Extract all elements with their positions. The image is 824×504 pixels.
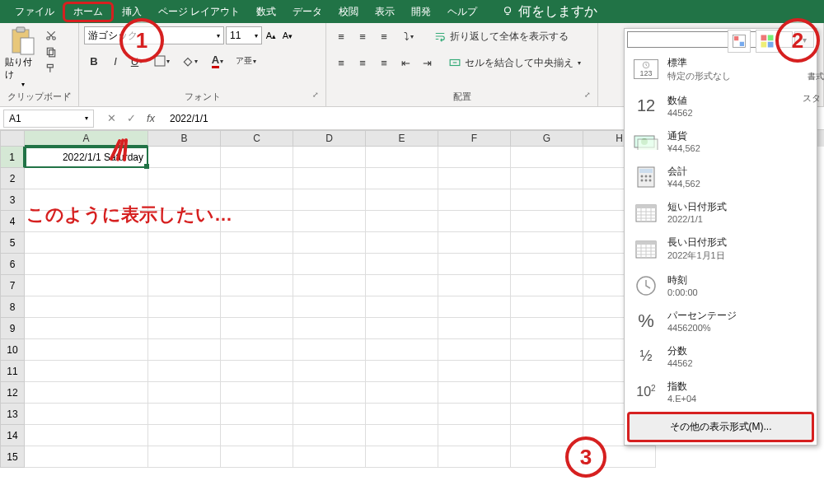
column-header[interactable]: G bbox=[511, 130, 583, 147]
column-header[interactable]: B bbox=[148, 130, 221, 147]
cell[interactable] bbox=[438, 275, 511, 296]
row-header[interactable]: 6 bbox=[0, 254, 25, 275]
cell[interactable] bbox=[293, 404, 366, 425]
cell[interactable] bbox=[221, 318, 293, 339]
cell[interactable] bbox=[221, 425, 293, 446]
cell[interactable] bbox=[221, 147, 293, 168]
cell[interactable] bbox=[438, 318, 511, 339]
italic-button[interactable]: I bbox=[105, 51, 125, 71]
row-header[interactable]: 15 bbox=[0, 446, 25, 468]
cell[interactable] bbox=[221, 232, 293, 254]
cell[interactable] bbox=[293, 275, 366, 296]
cell[interactable] bbox=[148, 425, 221, 446]
cell[interactable] bbox=[148, 275, 221, 296]
cell[interactable] bbox=[438, 382, 511, 404]
menu-file[interactable]: ファイル bbox=[7, 2, 63, 22]
cell[interactable] bbox=[148, 147, 221, 168]
cell[interactable] bbox=[366, 318, 438, 339]
cell[interactable] bbox=[148, 254, 221, 275]
format-option[interactable]: 時刻 0:00:00 bbox=[625, 268, 817, 303]
cell[interactable] bbox=[511, 275, 583, 296]
cell[interactable] bbox=[438, 232, 511, 254]
font-color-button[interactable]: A▾ bbox=[204, 51, 231, 71]
cell[interactable] bbox=[438, 168, 511, 189]
cell[interactable] bbox=[366, 339, 438, 361]
fill-color-button[interactable]: ▾ bbox=[176, 51, 203, 71]
conditional-format-button[interactable] bbox=[728, 30, 751, 53]
row-header[interactable]: 10 bbox=[0, 339, 25, 361]
cell[interactable] bbox=[293, 446, 366, 468]
cell[interactable] bbox=[25, 275, 148, 296]
cut-button[interactable] bbox=[43, 28, 59, 43]
cell[interactable] bbox=[293, 232, 366, 254]
more-number-formats-button[interactable]: その他の表示形式(M)... bbox=[627, 412, 814, 442]
increase-font-size-button[interactable]: A▴ bbox=[264, 26, 279, 44]
align-middle-button[interactable]: ≡ bbox=[353, 26, 372, 46]
cell[interactable] bbox=[148, 361, 221, 382]
name-box[interactable]: A1▾ bbox=[3, 110, 94, 128]
cell[interactable] bbox=[366, 361, 438, 382]
cell[interactable] bbox=[221, 168, 293, 189]
cell[interactable] bbox=[293, 168, 366, 189]
cell[interactable] bbox=[25, 425, 148, 446]
align-top-button[interactable]: ≡ bbox=[331, 26, 351, 46]
cell[interactable] bbox=[293, 425, 366, 446]
cell[interactable] bbox=[438, 425, 511, 446]
increase-indent-button[interactable]: ⇥ bbox=[417, 53, 437, 72]
cell[interactable] bbox=[366, 189, 438, 211]
cell[interactable] bbox=[438, 211, 511, 232]
row-header[interactable]: 9 bbox=[0, 318, 25, 339]
cell[interactable] bbox=[25, 404, 148, 425]
cell[interactable] bbox=[366, 168, 438, 189]
format-option[interactable]: % パーセンテージ 4456200% bbox=[625, 303, 817, 338]
format-option[interactable]: 短い日付形式 2022/1/1 bbox=[625, 194, 817, 230]
column-header[interactable]: A bbox=[25, 130, 148, 147]
menu-data[interactable]: データ bbox=[284, 2, 330, 22]
cell[interactable] bbox=[221, 446, 293, 468]
row-header[interactable]: 4 bbox=[0, 211, 25, 232]
row-header[interactable]: 8 bbox=[0, 296, 25, 318]
cell[interactable] bbox=[438, 296, 511, 318]
format-option[interactable]: ½ 分数 44562 bbox=[625, 338, 817, 374]
bold-button[interactable]: B bbox=[84, 51, 104, 71]
row-header[interactable]: 13 bbox=[0, 404, 25, 425]
cell[interactable] bbox=[148, 296, 221, 318]
format-painter-button[interactable] bbox=[43, 61, 59, 76]
cell[interactable] bbox=[221, 361, 293, 382]
row-header[interactable]: 5 bbox=[0, 232, 25, 254]
font-size-dropdown[interactable]: 11▾ bbox=[226, 26, 262, 44]
menu-review[interactable]: 校閲 bbox=[330, 2, 367, 22]
cell[interactable] bbox=[148, 232, 221, 254]
cell[interactable] bbox=[366, 211, 438, 232]
cell[interactable] bbox=[293, 382, 366, 404]
align-center-button[interactable]: ≡ bbox=[353, 53, 372, 72]
cell[interactable] bbox=[511, 404, 583, 425]
cell[interactable] bbox=[221, 275, 293, 296]
phonetic-button[interactable]: ア亜▾ bbox=[232, 51, 259, 71]
cell[interactable] bbox=[293, 339, 366, 361]
cell[interactable] bbox=[293, 211, 366, 232]
copy-button[interactable] bbox=[43, 44, 59, 59]
cell[interactable] bbox=[25, 232, 148, 254]
format-option[interactable]: 通貨 ¥44,562 bbox=[625, 124, 817, 159]
cell[interactable] bbox=[221, 254, 293, 275]
cell[interactable] bbox=[438, 147, 511, 168]
cell[interactable] bbox=[293, 189, 366, 211]
cell[interactable] bbox=[438, 339, 511, 361]
cell[interactable] bbox=[366, 382, 438, 404]
cell[interactable] bbox=[366, 404, 438, 425]
cell[interactable] bbox=[438, 404, 511, 425]
cell[interactable] bbox=[438, 189, 511, 211]
cell[interactable] bbox=[221, 339, 293, 361]
dialog-launcher-icon[interactable]: ⤢ bbox=[312, 91, 319, 99]
cell[interactable] bbox=[438, 254, 511, 275]
format-option[interactable]: 長い日付形式 2022年1月1日 bbox=[625, 230, 817, 268]
cell[interactable] bbox=[148, 318, 221, 339]
cell[interactable] bbox=[366, 275, 438, 296]
cell[interactable] bbox=[221, 404, 293, 425]
cell[interactable] bbox=[148, 446, 221, 468]
cell[interactable] bbox=[25, 446, 148, 468]
column-header[interactable]: E bbox=[366, 130, 438, 147]
fx-button[interactable]: fx bbox=[142, 110, 160, 128]
menu-help[interactable]: ヘルプ bbox=[439, 2, 485, 22]
